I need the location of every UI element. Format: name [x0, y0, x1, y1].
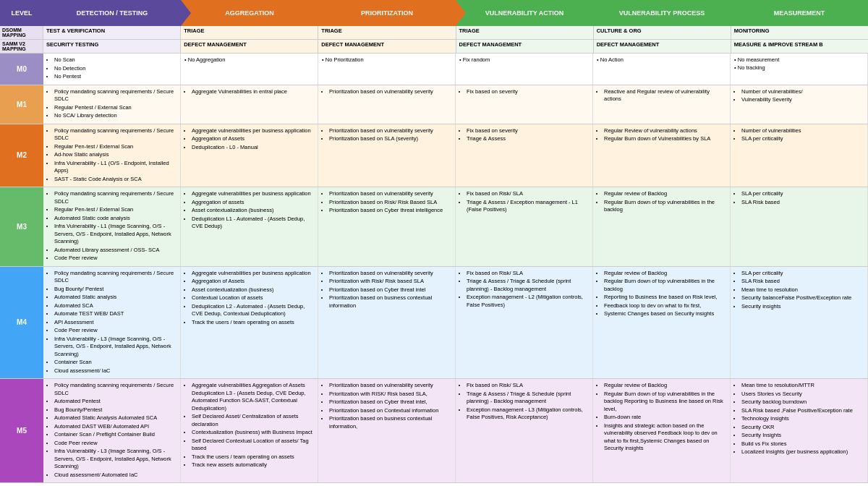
samm-aggregation: DEFECT MANAGEMENT: [181, 40, 318, 53]
m0-level: M0: [0, 54, 43, 85]
samm-measurement: MEASURE & IMPROVE STREAM B: [731, 40, 868, 53]
dsoмм-process: CULTURE & ORG: [594, 26, 731, 39]
m3-vuln-action: Fix based on Risk/ SLA Triage & Assess /…: [456, 187, 593, 266]
m4-level: M4: [0, 267, 43, 379]
m5-level: M5 ▼: [0, 379, 43, 482]
m0-measurement: • No measurement• No tracking: [731, 54, 868, 85]
m1-level: M1: [0, 85, 43, 124]
m0-vuln-process: • No Action: [593, 54, 731, 85]
m2-vuln-action: Fix based on severity Triage & Assess: [456, 124, 593, 187]
dsoмм-action: TRIAGE: [456, 26, 594, 39]
samm-action: DEFECT MANAGEMENT: [456, 40, 594, 53]
m2-aggregation: Aggregate vulnerabilities per business a…: [181, 124, 318, 187]
m0-prioritization: • No Prioritization: [318, 54, 456, 85]
dsoмм-label: DSOММ MAPPING: [0, 26, 43, 39]
vuln-action-header: VULNERABILITY ACTION: [456, 0, 593, 26]
main-table: LEVEL DETECTION / TESTING AGGREGATION PR…: [0, 0, 868, 486]
m2-prioritization: Prioritization based on vulnerability se…: [318, 124, 456, 187]
m4-measurement: SLA per criticality SLA Risk based Mean …: [731, 267, 868, 379]
m4-vuln-process: Regular review of Backlog Regular Burn d…: [593, 267, 731, 379]
m4-detection: Policy mandating scanning requirements /…: [43, 267, 181, 379]
m5-detection: Policy mandating scanning requirements /…: [43, 379, 181, 482]
m5-row: M5 ▼ Policy mandating scanning requireme…: [0, 379, 868, 483]
m4-row: M4 Policy mandating scanning requirement…: [0, 267, 868, 380]
dsoмм-prioritization: TRIAGE: [318, 26, 456, 39]
prioritization-header: PRIORITIZATION: [318, 0, 456, 26]
m2-row: M2 Policy mandating scanning requirement…: [0, 124, 868, 188]
m3-measurement: SLA per criticality SLA Risk based: [731, 187, 868, 266]
m2-detection: Policy mandating scanning requirements /…: [43, 124, 181, 187]
samm-prioritization: DEFECT MANAGEMENT: [318, 40, 456, 53]
m4-prioritization: Prioritization based on vulnerability se…: [318, 267, 456, 379]
dsoмм-aggregation: TRIAGE: [181, 26, 318, 39]
m5-measurement: Mean time to resolution/MTTR Users Stori…: [731, 379, 868, 482]
m1-row: M1 Policy mandating scanning requirement…: [0, 85, 868, 124]
samm-mapping-row: SAMM V2 MAPPING SECURITY TESTING DEFECT …: [0, 40, 868, 54]
m5-aggregation: Aggregate vulnerabilities Aggregation of…: [181, 379, 318, 482]
m0-row: M0 No Scan No Detection No Pentest • No …: [0, 54, 868, 85]
m5-prioritization: Prioritization based on vulnerability se…: [318, 379, 456, 482]
m3-vuln-process: Regular review of Backlog Regular Burn d…: [593, 187, 731, 266]
m2-level: M2: [0, 124, 43, 187]
m1-vuln-process: Reactive and Regular review of vulnerabi…: [593, 85, 731, 124]
m1-detection: Policy mandating scanning requirements /…: [43, 85, 181, 124]
vuln-process-header: VULNERABILITY PROCESS: [593, 0, 731, 26]
dsoмм-mapping-row: DSOММ MAPPING TEST & VERIFICATION TRIAGE…: [0, 26, 868, 40]
samm-process: DEFECT MANAGEMENT: [594, 40, 731, 53]
m0-aggregation: • No Aggregation: [181, 54, 318, 85]
samm-label: SAMM V2 MAPPING: [0, 40, 43, 53]
m1-prioritization: Prioritization based on vulnerability se…: [318, 85, 456, 124]
m4-vuln-action: Fix based on Risk/ SLA Triage & Assess /…: [456, 267, 593, 379]
m3-prioritization: Prioritization based on vulnerability se…: [318, 187, 456, 266]
m3-detection: Policy mandating scanning requirements /…: [43, 187, 181, 266]
detection-header: DETECTION / TESTING: [43, 0, 181, 26]
m1-vuln-action: Fix based on severity: [456, 85, 593, 124]
m3-row: M3 Policy mandating scanning requirement…: [0, 187, 868, 267]
m2-measurement: Number of vulnerabilities SLA per critic…: [731, 124, 868, 187]
level-header: LEVEL: [0, 0, 43, 26]
m5-vuln-action: Fix based on Risk/ SLA Triage & Assess /…: [456, 379, 593, 482]
aggregation-header: AGGREGATION: [181, 0, 318, 26]
m0-vuln-action: • Fix random: [456, 54, 593, 85]
m0-detection: No Scan No Detection No Pentest: [43, 54, 181, 85]
m4-aggregation: Aggregate vulnerabilities per business a…: [181, 267, 318, 379]
m1-measurement: Number of vulnerabilities/ Vulnerability…: [731, 85, 868, 124]
dsoмм-measurement: MONITORING: [731, 26, 868, 39]
m3-aggregation: Aggregate vulnerabilities per business a…: [181, 187, 318, 266]
m3-level: M3: [0, 187, 43, 266]
m5-vuln-process: Regular review of Backlog Regular Burn d…: [593, 379, 731, 482]
samm-detection: SECURITY TESTING: [43, 40, 181, 53]
header-row: LEVEL DETECTION / TESTING AGGREGATION PR…: [0, 0, 868, 26]
m1-aggregation: Aggregate Vulnerabilities in entral plac…: [181, 85, 318, 124]
measurement-header: MEASUREMENT: [731, 0, 868, 26]
dsoмм-detection: TEST & VERIFICATION: [43, 26, 181, 39]
m2-vuln-process: Regular Review of vulnerability actions …: [593, 124, 731, 187]
